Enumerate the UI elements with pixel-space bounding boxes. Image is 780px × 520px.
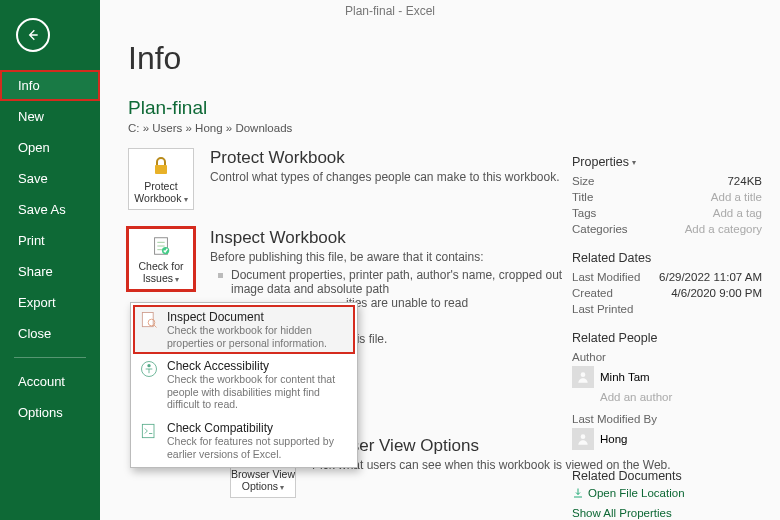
sidebar-item-share[interactable]: Share	[0, 256, 100, 287]
modified-by-row[interactable]: Hong	[572, 425, 762, 453]
related-people-header: Related People	[572, 331, 762, 345]
check-for-issues-button[interactable]: Check for Issues ▾	[128, 228, 194, 290]
arrow-left-icon	[25, 27, 41, 43]
author-row[interactable]: Minh Tam	[572, 363, 762, 391]
protect-workbook-button[interactable]: Protect Workbook ▾	[128, 148, 194, 210]
related-documents-header: Related Documents	[572, 469, 762, 483]
related-dates-header: Related Dates	[572, 251, 762, 265]
protect-button-label: Protect Workbook	[134, 180, 181, 204]
open-file-location-link[interactable]: Open File Location	[572, 487, 762, 499]
svg-point-12	[581, 434, 586, 439]
menu-check-accessibility[interactable]: Check Accessibility Check the workbook f…	[133, 354, 355, 416]
last-modified-value: 6/29/2022 11:07 AM	[659, 271, 762, 283]
sidebar-item-close[interactable]: Close	[0, 318, 100, 349]
last-printed-label: Last Printed	[572, 303, 633, 315]
sidebar-item-open[interactable]: Open	[0, 132, 100, 163]
menu-check-compatibility[interactable]: Check Compatibility Check for features n…	[133, 416, 355, 465]
sidebar-item-account[interactable]: Account	[0, 366, 100, 397]
prop-tags-value[interactable]: Add a tag	[713, 207, 762, 219]
svg-rect-0	[155, 165, 167, 174]
page-heading: Info	[128, 40, 780, 77]
protect-heading: Protect Workbook	[210, 148, 560, 168]
browser-button-label: Browser View Options	[231, 468, 295, 492]
show-all-properties-link[interactable]: Show All Properties	[572, 507, 762, 519]
svg-point-11	[581, 372, 586, 377]
author-label: Author	[572, 351, 762, 363]
last-modified-label: Last Modified	[572, 271, 640, 283]
protect-desc: Control what types of changes people can…	[210, 170, 560, 184]
svg-rect-10	[142, 424, 154, 437]
add-author[interactable]: Add an author	[600, 391, 762, 403]
inspect-document-icon	[139, 310, 159, 330]
sidebar-separator	[14, 357, 86, 358]
file-title: Plan-final	[128, 97, 780, 119]
modified-by-label: Last Modified By	[572, 413, 762, 425]
document-check-icon	[148, 233, 174, 259]
sidebar-item-save[interactable]: Save	[0, 163, 100, 194]
accessibility-icon	[139, 359, 159, 379]
svg-point-9	[147, 364, 150, 367]
author-name: Minh Tam	[600, 371, 650, 383]
menu-accessibility-sub: Check the workbook for content that peop…	[167, 373, 349, 411]
menu-inspect-doc-title: Inspect Document	[167, 310, 349, 324]
prop-size-value: 724KB	[727, 175, 762, 187]
compatibility-icon	[139, 421, 159, 441]
sidebar-item-options[interactable]: Options	[0, 397, 100, 428]
sidebar-item-export[interactable]: Export	[0, 287, 100, 318]
properties-header[interactable]: Properties▾	[572, 155, 762, 169]
modified-by-name: Hong	[600, 433, 628, 445]
inspect-desc: Before publishing this file, be aware th…	[210, 250, 580, 264]
prop-categories-value[interactable]: Add a category	[685, 223, 762, 235]
prop-categories-label: Categories	[572, 223, 628, 235]
sidebar-item-save-as[interactable]: Save As	[0, 194, 100, 225]
inspect-trailing-text: f this file.	[340, 332, 588, 346]
menu-compat-sub: Check for features not supported by earl…	[167, 435, 349, 460]
menu-inspect-document[interactable]: Inspect Document Check the workbook for …	[133, 305, 355, 354]
inspect-bullet-2: ities are unable to read	[346, 296, 468, 310]
menu-inspect-doc-sub: Check the workbook for hidden properties…	[167, 324, 349, 349]
properties-panel: Properties▾ Size724KB TitleAdd a title T…	[572, 155, 762, 520]
inspect-bullet-1: Document properties, printer path, autho…	[231, 268, 588, 296]
inspect-heading: Inspect Workbook	[210, 228, 588, 248]
prop-title-label: Title	[572, 191, 593, 203]
avatar-icon	[572, 428, 594, 450]
menu-accessibility-title: Check Accessibility	[167, 359, 349, 373]
prop-title-value[interactable]: Add a title	[711, 191, 762, 203]
download-icon	[572, 487, 584, 499]
created-label: Created	[572, 287, 613, 299]
backstage-sidebar: Info New Open Save Save As Print Share E…	[0, 0, 100, 520]
sidebar-item-info[interactable]: Info	[0, 70, 100, 101]
menu-compat-title: Check Compatibility	[167, 421, 349, 435]
file-path-breadcrumb[interactable]: C: » Users » Hong » Downloads	[128, 122, 780, 134]
back-button[interactable]	[16, 18, 50, 52]
sidebar-item-print[interactable]: Print	[0, 225, 100, 256]
check-issues-menu: Inspect Document Check the workbook for …	[130, 302, 358, 468]
prop-size-label: Size	[572, 175, 594, 187]
sidebar-item-new[interactable]: New	[0, 101, 100, 132]
avatar-icon	[572, 366, 594, 388]
lock-icon	[148, 153, 174, 179]
created-value: 4/6/2020 9:00 PM	[671, 287, 762, 299]
prop-tags-label: Tags	[572, 207, 596, 219]
